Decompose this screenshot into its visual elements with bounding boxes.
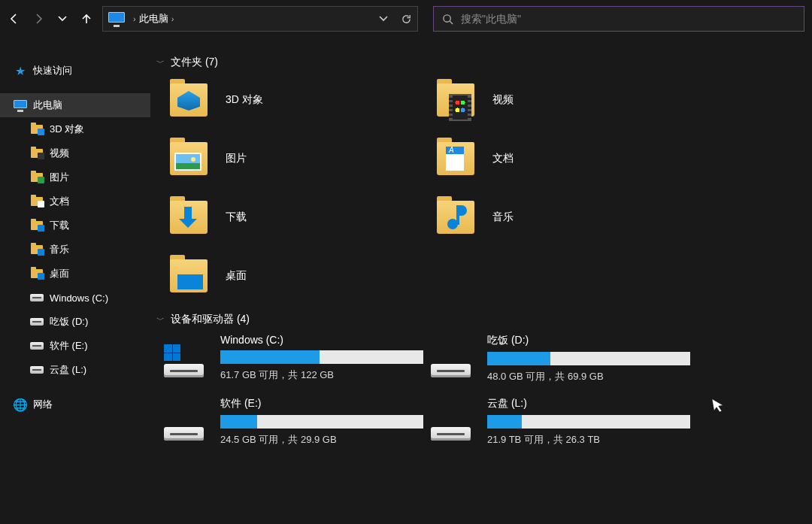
sidebar-item-drive[interactable]: 吃饭 (D:): [0, 310, 150, 334]
folder-icon: [30, 195, 44, 208]
sidebar-item-folder[interactable]: 图片: [0, 165, 150, 189]
folder-item[interactable]: 音乐: [423, 194, 690, 241]
address-bar[interactable]: › 此电脑 ›: [102, 6, 418, 32]
sidebar-item-this-pc[interactable]: 此电脑: [0, 93, 150, 117]
folder-item[interactable]: 桌面: [156, 253, 423, 299]
folder-icon: [30, 171, 44, 184]
folder-label: 下载: [226, 211, 247, 224]
chevron-down-icon: ﹀: [156, 57, 165, 68]
drive-free-text: 24.5 GB 可用，共 29.9 GB: [220, 433, 423, 447]
chevron-right-icon[interactable]: ›: [171, 14, 174, 23]
globe-icon: 🌐: [14, 398, 27, 411]
folder-item[interactable]: 下载: [156, 194, 423, 241]
sidebar-item-folder[interactable]: 音乐: [0, 238, 150, 262]
folder-icon: [30, 123, 44, 136]
sidebar-label: 3D 对象: [50, 123, 84, 136]
drive-icon: [431, 407, 471, 441]
sidebar-item-folder[interactable]: 文档: [0, 189, 150, 214]
sidebar-item-folder[interactable]: 3D 对象: [0, 117, 150, 141]
folder-icon: [30, 147, 44, 160]
folder-icon: [170, 201, 208, 234]
folder-item[interactable]: 3D 对象: [156, 77, 423, 123]
drive-item[interactable]: 吃饭 (D:) 48.0 GB 可用，共 69.9 GB: [423, 334, 690, 383]
drive-free-text: 61.7 GB 可用，共 122 GB: [220, 368, 423, 382]
sidebar-item-drive[interactable]: 云盘 (L:): [0, 358, 150, 382]
sidebar-item-folder[interactable]: 视频: [0, 141, 150, 165]
sidebar-label: 网络: [33, 398, 53, 411]
folder-label: 3D 对象: [226, 93, 263, 107]
folder-label: 视频: [492, 93, 514, 107]
content-pane: ﹀ 文件夹 (7) 3D 对象 视频 图片 文档 下载 音乐 桌面 ﹀ 设备和驱…: [150, 38, 812, 524]
folder-icon: [437, 201, 474, 234]
address-toolbar: › 此电脑 ›: [0, 0, 812, 38]
drive-icon: [30, 315, 44, 329]
star-icon: ★: [14, 64, 27, 77]
drive-item[interactable]: 云盘 (L:) 21.9 TB 可用，共 26.3 TB: [423, 397, 690, 447]
drive-item[interactable]: Windows (C:) 61.7 GB 可用，共 122 GB: [156, 334, 423, 383]
drive-icon: [30, 363, 44, 377]
folder-icon: [30, 219, 44, 232]
drive-usage-bar: [487, 352, 690, 365]
sidebar-label: 快速访问: [33, 64, 72, 77]
folder-label: 文档: [492, 152, 514, 165]
sidebar-item-network[interactable]: 🌐 网络: [0, 392, 150, 416]
folder-icon: [170, 259, 208, 292]
sidebar-item-folder[interactable]: 桌面: [0, 262, 150, 286]
sidebar-label: 桌面: [50, 267, 69, 280]
drive-icon: [30, 291, 44, 304]
sidebar-item-drive[interactable]: 软件 (E:): [0, 334, 150, 358]
folder-item[interactable]: 文档: [423, 135, 690, 182]
address-dropdown-button[interactable]: [372, 7, 395, 31]
breadcrumb-this-pc[interactable]: 此电脑: [139, 12, 168, 26]
navigation-pane: ★ 快速访问 此电脑 3D 对象 视频 图片 文档 下载 音乐 桌面 Windo…: [0, 38, 150, 524]
sidebar-item-folder[interactable]: 下载: [0, 214, 150, 238]
group-header-drives[interactable]: ﹀ 设备和驱动器 (4): [156, 313, 806, 326]
folder-label: 图片: [226, 152, 247, 165]
refresh-button[interactable]: [395, 7, 417, 31]
sidebar-label: Windows (C:): [50, 292, 108, 304]
sidebar-label: 云盘 (L:): [50, 363, 86, 377]
svg-point-0: [443, 14, 450, 21]
sidebar-label: 图片: [50, 171, 69, 184]
drive-icon: [431, 344, 471, 377]
sidebar-item-quick-access[interactable]: ★ 快速访问: [0, 59, 150, 83]
search-icon: [434, 14, 461, 25]
sidebar-label: 下载: [50, 219, 69, 232]
folder-item[interactable]: 视频: [423, 77, 690, 123]
chevron-right-icon[interactable]: ›: [133, 14, 136, 23]
drive-usage-bar: [487, 415, 690, 429]
group-header-folders[interactable]: ﹀ 文件夹 (7): [156, 56, 806, 69]
this-pc-icon: [14, 98, 27, 112]
group-title: 设备和驱动器 (4): [171, 313, 250, 326]
nav-back-button[interactable]: [3, 8, 26, 30]
group-title: 文件夹 (7): [171, 56, 218, 69]
search-input[interactable]: [461, 13, 804, 25]
nav-forward-button[interactable]: [27, 8, 50, 30]
drive-icon: [164, 344, 204, 377]
nav-recent-dropdown[interactable]: [51, 8, 74, 30]
sidebar-label: 文档: [50, 195, 69, 208]
nav-up-button[interactable]: [75, 8, 98, 30]
drive-name: 云盘 (L:): [487, 397, 690, 410]
folder-label: 桌面: [226, 269, 247, 283]
folder-icon: [30, 267, 44, 280]
drive-name: Windows (C:): [220, 334, 423, 346]
folder-icon: [437, 83, 474, 117]
folder-icon: [170, 142, 208, 175]
sidebar-label: 吃饭 (D:): [50, 315, 88, 329]
drive-item[interactable]: 软件 (E:) 24.5 GB 可用，共 29.9 GB: [156, 397, 423, 447]
sidebar-label: 软件 (E:): [50, 339, 88, 353]
folder-item[interactable]: 图片: [156, 135, 423, 182]
drive-free-text: 48.0 GB 可用，共 69.9 GB: [487, 370, 690, 383]
drive-icon: [30, 339, 44, 353]
drive-name: 软件 (E:): [220, 397, 423, 410]
sidebar-label: 此电脑: [33, 98, 62, 112]
folder-label: 音乐: [492, 211, 514, 224]
chevron-down-icon: ﹀: [156, 314, 165, 326]
sidebar-item-drive[interactable]: Windows (C:): [0, 286, 150, 310]
drive-icon: [164, 407, 204, 441]
folder-icon: [437, 142, 474, 175]
sidebar-label: 音乐: [50, 243, 69, 256]
drive-usage-bar: [220, 350, 423, 364]
search-box[interactable]: [433, 6, 804, 32]
